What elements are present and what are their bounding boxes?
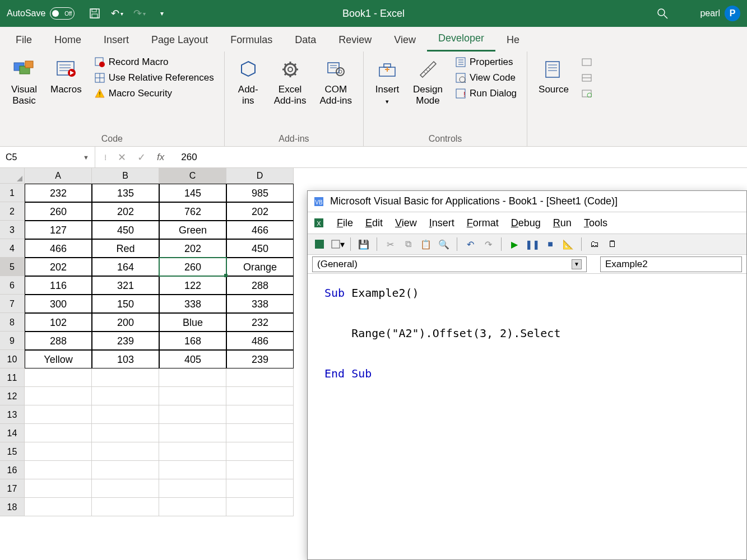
cell[interactable] [25,479,92,498]
cell[interactable] [226,442,294,461]
tab-review[interactable]: Review [327,29,383,52]
cell[interactable]: 232 [25,184,92,202]
cell[interactable]: 300 [25,295,92,313]
cell[interactable] [159,498,226,516]
cell[interactable]: 127 [25,221,92,239]
cell[interactable]: 239 [226,350,294,368]
cancel-icon[interactable]: ✕ [118,151,126,164]
column-header[interactable]: D [226,168,294,184]
tab-he[interactable]: He [495,29,531,52]
vba-menu-run[interactable]: Run [553,217,572,228]
cell[interactable] [92,424,159,442]
cell[interactable] [25,387,92,405]
cell[interactable]: 202 [226,202,294,221]
cell[interactable] [226,461,294,479]
cell[interactable]: 239 [92,332,159,350]
vba-menu-file[interactable]: File [337,217,353,228]
cell[interactable] [159,387,226,405]
cell[interactable] [226,368,294,387]
row-header[interactable]: 18 [0,498,25,516]
cell[interactable] [92,442,159,461]
xml-btn-3[interactable] [578,86,596,101]
enter-icon[interactable]: ✓ [137,151,146,164]
tab-view[interactable]: View [383,29,427,52]
cell[interactable] [92,405,159,424]
cell[interactable]: Yellow [25,350,92,368]
tab-file[interactable]: File [4,29,43,52]
cell[interactable] [25,442,92,461]
tab-formulas[interactable]: Formulas [219,29,284,52]
macro-security-button[interactable]: ! Macro Security [91,86,217,101]
cell[interactable] [92,368,159,387]
cell[interactable] [92,387,159,405]
vba-menu-tools[interactable]: Tools [584,217,607,228]
row-header[interactable]: 2 [0,202,25,221]
cell[interactable] [159,368,226,387]
cell[interactable]: 486 [226,332,294,350]
cell[interactable]: 202 [25,258,92,276]
xml-btn-1[interactable] [578,55,596,69]
cell[interactable]: Blue [159,313,226,332]
com-addins-button[interactable]: COM Add-ins [315,55,356,109]
cell[interactable]: 338 [226,295,294,313]
design-mode-icon[interactable]: 📐 [561,237,576,251]
excel-switch-icon[interactable]: X [313,217,324,228]
cell[interactable]: 450 [226,239,294,258]
search-area[interactable] [656,7,669,20]
cell[interactable] [226,479,294,498]
cell[interactable]: 102 [25,313,92,332]
cell[interactable]: Green [159,221,226,239]
cell[interactable] [159,461,226,479]
cell[interactable]: 150 [92,295,159,313]
cell[interactable] [25,461,92,479]
run-icon[interactable]: ▶ [507,237,522,251]
redo-icon[interactable]: ↷ [481,237,495,251]
cell[interactable]: 985 [226,184,294,202]
cell[interactable] [159,424,226,442]
row-header[interactable]: 11 [0,368,25,387]
cell[interactable]: 200 [92,313,159,332]
insert-control-button[interactable]: Insert▾ [370,55,404,109]
cell[interactable]: 145 [159,184,226,202]
cell[interactable]: 288 [25,332,92,350]
cell[interactable]: 288 [226,276,294,295]
cell[interactable] [92,479,159,498]
formula-input[interactable]: 260 [173,152,747,163]
paste-icon[interactable]: 📋 [419,237,433,251]
run-dialog-button[interactable]: ! Run Dialog [452,86,520,101]
cell[interactable] [92,461,159,479]
tab-insert[interactable]: Insert [92,29,140,52]
row-header[interactable]: 6 [0,276,25,295]
cell[interactable]: 338 [159,295,226,313]
row-header[interactable]: 4 [0,239,25,258]
addins-button[interactable]: Add- ins [231,55,265,109]
undo-icon[interactable]: ↶▾ [110,7,124,20]
row-header[interactable]: 16 [0,461,25,479]
fx-icon[interactable]: fx [157,152,164,163]
cell[interactable]: 168 [159,332,226,350]
row-header[interactable]: 10 [0,350,25,368]
object-combo[interactable]: (General) ▼ [312,256,587,272]
excel-addins-button[interactable]: Excel Add-ins [270,55,311,109]
cell[interactable]: 450 [92,221,159,239]
vba-menu-debug[interactable]: Debug [511,217,541,228]
cell[interactable]: 762 [159,202,226,221]
chevron-down-icon[interactable]: ▼ [572,259,582,269]
cell[interactable]: 232 [226,313,294,332]
copy-icon[interactable]: ⧉ [401,237,415,251]
view-code-button[interactable]: View Code [452,71,520,85]
procedure-combo[interactable]: Example2 [600,256,742,272]
cell[interactable]: 116 [25,276,92,295]
cell[interactable]: 466 [226,221,294,239]
pause-icon[interactable]: ❚❚ [525,237,540,251]
view-excel-icon[interactable] [312,237,327,251]
tab-page-layout[interactable]: Page Layout [140,29,219,52]
cell[interactable]: 466 [25,239,92,258]
cell[interactable]: 202 [159,239,226,258]
row-header[interactable]: 12 [0,387,25,405]
cell[interactable] [25,368,92,387]
find-icon[interactable]: 🔍 [437,237,451,251]
properties-window-icon[interactable]: 🗒 [605,237,620,251]
vba-menu-edit[interactable]: Edit [365,217,383,228]
cell[interactable]: 103 [92,350,159,368]
